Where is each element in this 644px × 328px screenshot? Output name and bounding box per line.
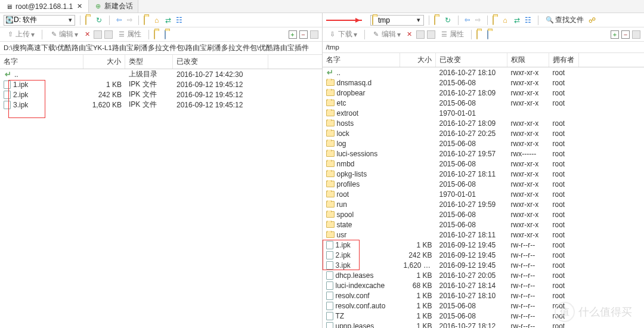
chevron-down-icon[interactable]: ▾: [416, 16, 422, 24]
cell-owner: root: [549, 251, 579, 259]
download-button[interactable]: ⇩下载 ▾: [326, 29, 360, 40]
table-row[interactable]: ↵..上级目录2016-10-27 14:42:30: [0, 69, 322, 79]
refresh-icon[interactable]: ↻: [445, 16, 453, 24]
folder-blue-icon[interactable]: [487, 30, 496, 39]
minus-box-icon[interactable]: −: [621, 30, 630, 39]
table-row[interactable]: 1.ipk1 KBIPK 文件2016-09-12 19:45:12: [0, 79, 322, 89]
tree-icon[interactable]: ☷: [525, 16, 533, 24]
chevron-down-icon[interactable]: ▾: [67, 16, 73, 24]
folder-yellow-icon[interactable]: [154, 30, 162, 39]
table-row[interactable]: spool2015-06-08rwxr-xr-xroot: [323, 209, 645, 219]
table-row[interactable]: dropbear2016-10-27 18:09rwxr-xr-xroot: [323, 88, 645, 98]
cell-perm: rw-r--r--: [507, 292, 549, 300]
home-icon[interactable]: ⌂: [503, 16, 512, 24]
cell-type: IPK 文件: [125, 79, 173, 89]
table-row[interactable]: ↵..2016-10-27 18:10rwxr-xr-xroot: [323, 67, 645, 78]
col-modified[interactable]: 已改变: [436, 53, 507, 67]
cell-owner: root: [549, 292, 579, 300]
table-row[interactable]: nmbd2015-06-08rwxr-xr-xroot: [323, 159, 645, 169]
cell-owner: root: [549, 160, 579, 168]
table-row[interactable]: 2.ipk242 KBIPK 文件2016-09-12 19:45:12: [0, 89, 322, 100]
open-folder-icon[interactable]: [85, 16, 94, 24]
col-size[interactable]: 大小: [83, 55, 125, 69]
find-button[interactable]: 🔍查找文件: [543, 14, 586, 26]
minus-box-icon[interactable]: −: [299, 30, 308, 39]
delete-icon[interactable]: ✕: [405, 30, 414, 39]
action-icon[interactable]: [94, 30, 102, 39]
table-row[interactable]: hosts2016-10-27 18:09rwxr-xr-xroot: [323, 118, 645, 128]
upload-button[interactable]: ⇧上传 ▾: [4, 29, 37, 40]
table-row[interactable]: extroot1970-01-01: [323, 108, 645, 118]
left-path[interactable]: D:\搜狗高速下载\优酷路由宝YK-L1路由宝刷潘多拉文件包\路由宝刷潘多拉文件…: [0, 42, 322, 55]
folder-blue-icon[interactable]: [165, 30, 173, 39]
sync-icon[interactable]: ⇄: [165, 16, 174, 24]
back-icon[interactable]: ⇦: [114, 16, 123, 24]
extra-icon[interactable]: ☍: [589, 16, 597, 24]
sync-icon[interactable]: ⇄: [514, 16, 522, 24]
edit-button[interactable]: ✎编辑 ▾: [47, 29, 80, 40]
table-row[interactable]: profiles2015-06-08rwxr-xr-xroot: [323, 179, 645, 189]
table-row[interactable]: luci-indexcache68 KB2016-10-27 18:14rw-r…: [323, 280, 645, 290]
table-row[interactable]: log2015-06-08rwxr-xr-xroot: [323, 138, 645, 148]
folders-icon[interactable]: [493, 16, 501, 24]
plus-box-icon[interactable]: +: [611, 30, 619, 39]
right-path[interactable]: /tmp: [323, 42, 645, 53]
cell-owner: root: [549, 241, 579, 249]
cell-perm: rwxr-xr-x: [507, 79, 549, 87]
col-size[interactable]: 大小: [400, 53, 436, 67]
refresh-icon[interactable]: ↻: [96, 16, 104, 24]
action-icon[interactable]: [416, 30, 425, 39]
home-icon[interactable]: ⌂: [154, 16, 163, 24]
plus-box-icon[interactable]: +: [289, 30, 297, 39]
upload-icon: ⇧: [6, 30, 14, 39]
folders-icon[interactable]: [144, 16, 152, 24]
props-button[interactable]: ☰属性: [438, 29, 466, 40]
tab-session[interactable]: 🖥 root@192.168.1.1 ✕: [0, 0, 89, 13]
table-row[interactable]: state2015-06-08rwxr-xr-xroot: [323, 219, 645, 230]
table-row[interactable]: lock2016-10-27 20:25rwxr-xr-xroot: [323, 128, 645, 138]
edit-button[interactable]: ✎编辑 ▾: [370, 29, 403, 40]
left-file-list[interactable]: ↵..上级目录2016-10-27 14:42:301.ipk1 KBIPK 文…: [0, 69, 322, 328]
table-row[interactable]: opkg-lists2016-10-27 18:11rwxr-xr-xroot: [323, 169, 645, 179]
right-dir-dropdown[interactable]: ▾: [370, 15, 424, 26]
table-row[interactable]: 3.ipk1,620 KB2016-09-12 19:45rw-r--r--ro…: [323, 260, 645, 270]
table-row[interactable]: usr2016-10-27 18:11rwxr-xr-xroot: [323, 230, 645, 240]
cell-name: upnp.leases: [336, 322, 374, 329]
props-button[interactable]: ☰属性: [115, 29, 144, 40]
table-row[interactable]: 3.ipk1,620 KBIPK 文件2016-09-12 19:45:12: [0, 100, 322, 110]
left-drive-dropdown[interactable]: 💽 ▾: [4, 15, 75, 26]
folder-icon: [326, 79, 335, 86]
delete-icon[interactable]: ✕: [83, 30, 91, 39]
table-row[interactable]: run2016-10-27 19:59rwxr-xr-xroot: [323, 199, 645, 209]
col-modified[interactable]: 已改变: [173, 55, 268, 69]
col-type[interactable]: 类型: [125, 55, 173, 69]
open-folder-icon[interactable]: [434, 16, 442, 24]
table-row[interactable]: resolv.conf1 KB2016-10-27 18:10rw-r--r--…: [323, 290, 645, 301]
forward-icon[interactable]: ⇨: [125, 16, 134, 24]
forward-icon[interactable]: ⇨: [474, 16, 482, 24]
table-row[interactable]: luci-sessions2016-10-27 19:57rwx------ro…: [323, 148, 645, 159]
back-icon[interactable]: ⇦: [463, 16, 472, 24]
tab-new-session[interactable]: ⊕ 新建会话: [89, 0, 138, 13]
col-name[interactable]: 名字: [323, 53, 400, 67]
col-permissions[interactable]: 权限: [507, 53, 549, 67]
drive-field[interactable]: [14, 16, 67, 24]
action-icon[interactable]: [104, 30, 113, 39]
grid-icon[interactable]: [310, 30, 318, 39]
right-file-list[interactable]: ↵..2016-10-27 18:10rwxr-xr-xrootdnsmasq.…: [323, 67, 645, 328]
table-row[interactable]: 2.ipk242 KB2016-09-12 19:45rw-r--r--root: [323, 250, 645, 260]
col-name[interactable]: 名字: [0, 55, 83, 69]
table-row[interactable]: 1.ipk1 KB2016-09-12 19:45rw-r--r--root: [323, 240, 645, 250]
table-row[interactable]: dnsmasq.d2015-06-08rwxr-xr-xroot: [323, 78, 645, 88]
tree-icon[interactable]: ☷: [176, 16, 184, 24]
col-owner[interactable]: 拥有者: [549, 53, 579, 67]
grid-icon[interactable]: [632, 30, 640, 39]
table-row[interactable]: root1970-01-01rwxr-xr-xroot: [323, 189, 645, 199]
dir-field[interactable]: [378, 16, 416, 24]
action-icon[interactable]: [427, 30, 435, 39]
close-icon[interactable]: ✕: [75, 2, 83, 11]
table-row[interactable]: dhcp.leases1 KB2016-10-27 20:05rw-r--r--…: [323, 270, 645, 280]
table-row[interactable]: etc2015-06-08rwxr-xr-xroot: [323, 98, 645, 108]
file-icon: [326, 261, 333, 270]
folder-yellow-icon[interactable]: [476, 30, 485, 39]
